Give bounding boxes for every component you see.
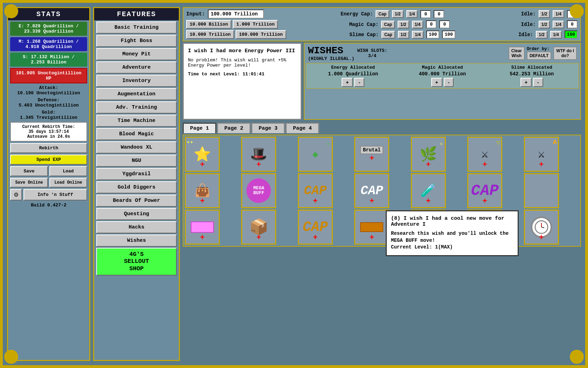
inv-cell-gem[interactable]: ◆ ✧ — [298, 137, 333, 172]
plus-icon: + — [313, 197, 317, 206]
magic-cap-label: Cap: — [367, 22, 379, 27]
magic-cap-btn[interactable]: Cap — [381, 21, 395, 28]
swords-a-icon: ⚔️ — [538, 147, 545, 161]
slime-quarter-btn[interactable]: 1/4 — [412, 31, 424, 39]
feature-yggdrasil[interactable]: Yggdrasil — [96, 168, 177, 180]
plus-icon: + — [257, 161, 261, 169]
inv-cell-potion[interactable]: 🧪 + — [411, 173, 446, 208]
feature-hacks[interactable]: Hacks — [96, 221, 177, 233]
input-btn1[interactable]: 10.000 Billion — [186, 20, 231, 29]
inv-cell-cap-orange[interactable]: CAP + — [298, 210, 333, 245]
tab-page4[interactable]: Page 4 — [286, 123, 319, 133]
wish-body: No problem! This wish will grant +5%Ener… — [188, 57, 296, 68]
save-button[interactable]: Save — [10, 166, 48, 176]
feature-sellout-shop[interactable]: 4G'SSELLOUTSHOP — [96, 248, 177, 275]
magic-alloc-plus[interactable]: + — [431, 78, 442, 87]
feature-ngu[interactable]: NGU — [96, 155, 177, 167]
order-value-btn[interactable]: DEFAULT — [527, 52, 551, 60]
inv-cell-empty[interactable] — [524, 173, 559, 208]
hp-bar: 101.905 Unoctogintillion HP — [10, 68, 87, 83]
slime-half-btn[interactable]: 1/2 — [398, 31, 410, 39]
rebirth-button[interactable]: Rebirth — [10, 143, 87, 153]
corner-decoration-tr — [570, 4, 584, 18]
energy-half-btn[interactable]: 1/2 — [392, 10, 404, 18]
feature-inventory[interactable]: Inventory — [96, 75, 177, 87]
energy-alloc-minus[interactable]: - — [354, 78, 364, 87]
energy-idle-quarter-btn[interactable]: 1/4 — [553, 10, 564, 18]
inv-cell-swords-a[interactable]: ⚔️ A + — [524, 137, 559, 172]
plus-icon: + — [370, 197, 374, 206]
gold-label: Gold: 1.345 Trevigintillion — [9, 110, 88, 120]
corner-decoration-bl — [4, 350, 18, 364]
feature-adv-training[interactable]: Adv. Training — [96, 101, 177, 114]
inv-cell-mega-buff[interactable]: MEGABUFF — [241, 173, 276, 208]
feature-fight-boss[interactable]: Fight Boss — [96, 35, 177, 47]
save-online-button[interactable]: Save Online — [10, 178, 48, 188]
cap-white-icon: CAP — [360, 184, 383, 198]
feature-wandoos-xl[interactable]: Wandoos XL — [96, 141, 177, 154]
feature-money-pit[interactable]: Money Pit — [96, 48, 177, 60]
feature-blood-magic[interactable]: Blood Magic — [96, 128, 177, 140]
energy-cap-btn[interactable]: Cap — [376, 10, 389, 18]
inv-cell-star[interactable]: ⭐ ✦✦ + — [185, 137, 220, 172]
feature-basic-training[interactable]: Basic Training — [96, 21, 177, 34]
inv-cell-orange-cube[interactable]: 📦 + — [241, 210, 276, 245]
feature-beards-of-power[interactable]: Beards Of Power — [96, 195, 177, 207]
slime-idle-half-btn[interactable]: 1/2 — [536, 31, 547, 39]
magic-half-btn[interactable]: 1/2 — [398, 21, 409, 28]
clear-wish-btn[interactable]: ClearWish — [509, 47, 525, 60]
slime-alloc-minus[interactable]: - — [533, 78, 543, 87]
energy-idle-half-btn[interactable]: 1/2 — [539, 10, 550, 18]
feature-adventure[interactable]: Adventure — [96, 61, 177, 74]
slime-alloc-plus[interactable]: + — [520, 78, 532, 87]
feature-gold-diggers[interactable]: Gold Diggers — [96, 181, 177, 193]
inv-cell-bag[interactable]: 👜 + — [185, 173, 220, 208]
inv-cell-pink-rect[interactable]: + — [185, 210, 220, 245]
feature-time-machine[interactable]: Time Machine — [96, 115, 177, 127]
feature-questing[interactable]: Questing — [96, 208, 177, 220]
spend-exp-button[interactable]: Spend EXP — [10, 155, 87, 165]
tab-page1[interactable]: Page 1 — [183, 123, 216, 133]
tab-page3[interactable]: Page 3 — [251, 123, 285, 133]
inv-cell-brutal[interactable]: Brutal + — [354, 137, 389, 172]
magic-alloc-btns: + - — [398, 78, 486, 87]
inv-cell-swords-v[interactable]: ⚔️ ▽ + — [467, 137, 502, 172]
load-button[interactable]: Load — [49, 166, 87, 176]
info-button[interactable]: Info 'n Stuff — [23, 189, 87, 200]
input-btn3[interactable]: 10.000 Trillion — [186, 30, 234, 39]
inv-cell-green-hat[interactable]: 🎩 + — [241, 137, 276, 172]
inv-cell-leaf[interactable]: 🌿 ✧ + — [411, 137, 446, 172]
inv-cell-cap1[interactable]: CAP + — [298, 173, 333, 208]
input-btn4[interactable]: 100.000 Trillion — [236, 30, 286, 39]
input-btn2[interactable]: 1.000 Trillion — [233, 20, 278, 29]
energy-quarter-btn[interactable]: 1/4 — [406, 10, 418, 18]
load-online-button[interactable]: Load Online — [49, 178, 87, 188]
brutal-label: Brutal — [360, 146, 383, 154]
inv-cell-orange-rect[interactable]: + — [354, 210, 389, 245]
energy-alloc-plus[interactable]: + — [342, 78, 353, 87]
magic-quarter-btn[interactable]: 1/4 — [412, 21, 424, 28]
slime-idle-quarter-btn[interactable]: 1/4 — [550, 31, 562, 39]
tooltip-title: (8) I wish I had a cool new move for Adv… — [391, 216, 513, 227]
magic-idle-half-btn[interactable]: 1/2 — [539, 21, 550, 28]
gear-button[interactable]: ⚙ — [10, 189, 22, 200]
feature-wishes[interactable]: Wishes — [96, 234, 177, 247]
wish-title: I wish I had more Energy Power III — [188, 48, 296, 54]
inv-cell-cap2[interactable]: CAP + — [354, 173, 389, 208]
magic-alloc-minus[interactable]: - — [444, 78, 454, 87]
inv-cell-cap3[interactable]: CAP + — [467, 173, 502, 208]
wishes-subtitle: (HIGHLY ILLEGAL.) — [308, 56, 355, 61]
magic-idle-quarter-btn[interactable]: 1/4 — [553, 21, 564, 28]
inv-cell-clock[interactable]: + — [524, 210, 559, 245]
cap-orange-icon: CAP — [303, 219, 328, 235]
input-field[interactable] — [208, 9, 264, 19]
feature-augmentation[interactable]: Augmentation — [96, 88, 177, 100]
input-label: Input: — [186, 11, 205, 17]
wtf-btn[interactable]: WTF do Ido? — [553, 47, 577, 60]
gem-icon: ◆ — [312, 148, 318, 160]
slime-cap-btn[interactable]: Cap — [382, 31, 395, 39]
energy-alloc-value: 1.000 Quadrillion — [309, 71, 397, 77]
magic-stat: M: 1.268 Quadrillion / 4.918 Quadrillion — [10, 37, 87, 51]
plus-icon: + — [370, 233, 374, 242]
tab-page2[interactable]: Page 2 — [217, 123, 251, 133]
